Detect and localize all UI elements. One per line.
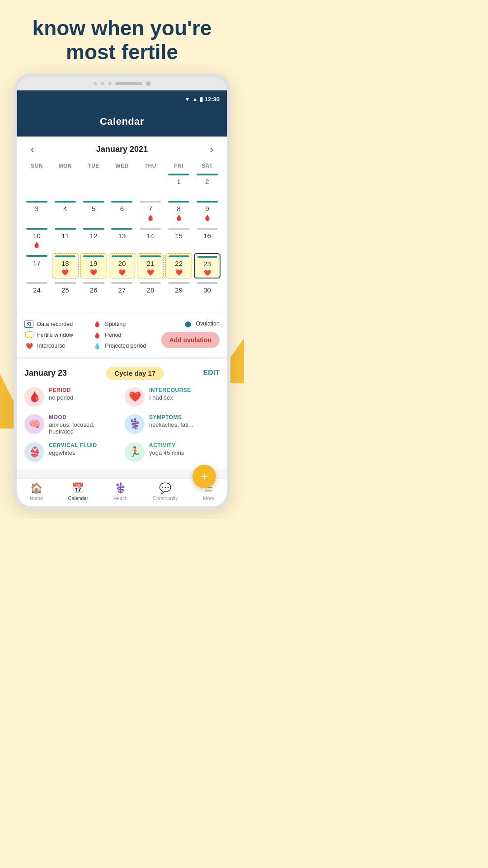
day-detail-header: January 23 Cycle day 17 EDIT (24, 367, 220, 380)
weekday-wed: WED (108, 160, 136, 171)
calendar-day-cell[interactable]: 4 (51, 198, 80, 225)
day-event-icon: ❤️ (175, 269, 183, 276)
calendar-day-cell (51, 171, 80, 198)
selected-date-label: January 23 (24, 368, 67, 378)
calendar-day-cell[interactable]: 29 (164, 279, 193, 307)
phone-camera (146, 81, 150, 86)
prev-month-button[interactable]: ‹ (26, 142, 38, 157)
legend-projected: 💧 Projected period (92, 343, 157, 349)
detail-category-value: neckaches, fati... (149, 421, 193, 428)
calendar-day-cell[interactable]: 21❤️ (136, 252, 164, 279)
calendar-day-cell[interactable]: 19❤️ (80, 252, 108, 279)
phone-dot (101, 82, 104, 85)
nav-item-health[interactable]: ⚕️Health (113, 482, 128, 501)
calendar-day-cell[interactable]: 22❤️ (164, 252, 193, 279)
calendar-day-cell[interactable]: 8🩸 (164, 198, 193, 225)
next-month-button[interactable]: › (206, 142, 218, 157)
nav-icon-calendar: 📅 (72, 482, 84, 494)
nav-item-calendar[interactable]: 📅Calendar (68, 482, 89, 501)
day-number: 26 (90, 285, 98, 295)
calendar-day-cell[interactable]: 25 (51, 279, 80, 307)
nav-label-home: Home (30, 495, 43, 501)
calendar-day-cell (108, 171, 136, 198)
calendar-week-row: 1718❤️19❤️20❤️21❤️22❤️23❤️ (23, 252, 221, 279)
add-fab-button[interactable]: + (192, 465, 216, 488)
calendar-day-cell[interactable]: 9🩸 (193, 198, 221, 225)
calendar-day-cell[interactable]: 12 (80, 225, 108, 252)
nav-item-community[interactable]: 💬Community (153, 482, 178, 501)
day-number: 16 (203, 231, 211, 241)
day-number: 3 (35, 204, 38, 213)
detail-text-block: MOODanxious, focused, frustrated (49, 414, 119, 435)
calendar-day-cell[interactable]: 13 (108, 225, 136, 252)
detail-category-value: anxious, focused, frustrated (49, 421, 119, 435)
day-number: 24 (33, 285, 41, 295)
day-event-icon: ❤️ (118, 269, 126, 276)
calendar-day-cell[interactable]: 20❤️ (108, 252, 136, 279)
calendar-day-cell[interactable]: 7🩸 (136, 198, 164, 225)
legend-intercourse: ❤️ Intercourse (24, 343, 89, 349)
detail-category-icon: 🩸 (24, 387, 44, 407)
legend-data-recorded: 31 Data recorded (24, 321, 89, 328)
calendar-legend: 31 Data recorded 🩸 Spotting F (17, 314, 227, 357)
calendar-day-cell[interactable]: 15 (164, 225, 193, 252)
detail-category-label: SYMPTOMS (149, 414, 193, 420)
data-recorded-icon: 31 (24, 321, 34, 328)
day-number: 11 (61, 231, 69, 241)
calendar-day-cell[interactable]: 6 (108, 198, 136, 225)
calendar-day-cell[interactable]: 18❤️ (51, 252, 80, 279)
day-number: 14 (146, 231, 154, 241)
phone-speaker (115, 82, 142, 85)
day-number: 19 (90, 259, 98, 268)
day-number: 22 (175, 259, 183, 268)
calendar-day-cell[interactable]: 5 (80, 198, 108, 225)
calendar-day-cell[interactable]: 2 (193, 171, 221, 198)
calendar-day-cell[interactable]: 16 (193, 225, 221, 252)
calendar-day-cell[interactable]: 24 (23, 279, 51, 307)
add-ovulation-button[interactable]: Add ovulation (161, 332, 220, 348)
intercourse-icon: ❤️ (24, 343, 34, 349)
nav-item-home[interactable]: 🏠Home (30, 482, 43, 501)
app-title: Calendar (100, 116, 144, 127)
detail-item: 🧠MOODanxious, focused, frustrated (24, 414, 119, 435)
calendar-day-cell[interactable]: 17 (23, 252, 51, 279)
wifi-icon: ▼ (184, 96, 190, 103)
nav-icon-home: 🏠 (30, 482, 42, 494)
phone-dot (108, 82, 112, 85)
edit-button[interactable]: EDIT (203, 369, 220, 377)
detail-category-value: I had sex (149, 394, 191, 401)
calendar-day-cell[interactable]: 10🩸 (23, 225, 51, 252)
detail-item: ❤️INTERCOURSEI had sex (125, 387, 220, 407)
day-detail-grid: 🩸PERIODno period❤️INTERCOURSEI had sex🧠M… (24, 387, 220, 462)
calendar-day-cell[interactable]: 1 (164, 171, 193, 198)
calendar-day-cell[interactable]: 14 (136, 225, 164, 252)
calendar-day-cell[interactable]: 26 (80, 279, 108, 307)
calendar-body: ‹ January 2021 › SUN MON TUE WED THU FRI… (17, 137, 227, 314)
calendar-day-cell[interactable]: 11 (51, 225, 80, 252)
detail-text-block: INTERCOURSEI had sex (149, 387, 191, 401)
detail-text-block: SYMPTOMSneckaches, fati... (149, 414, 193, 428)
nav-label-calendar: Calendar (68, 495, 89, 501)
period-icon: 🩸 (92, 332, 102, 339)
nav-label-community: Community (153, 495, 178, 501)
phone-top-bar (17, 77, 227, 90)
day-number: 5 (92, 204, 95, 213)
calendar-day-cell[interactable]: 23❤️ (193, 252, 221, 279)
calendar-day-cell[interactable]: 3 (23, 198, 51, 225)
day-number: 17 (33, 258, 41, 268)
day-event-icon: 🩸 (33, 241, 40, 248)
legend-spotting-label: Spotting (105, 321, 126, 327)
legend-intercourse-label: Intercourse (37, 343, 66, 349)
detail-text-block: CERVICAL FLUIDeggwhites (49, 442, 97, 456)
phone-dot (94, 82, 97, 85)
day-number: 1 (177, 177, 180, 186)
day-event-icon: 🩸 (204, 214, 211, 221)
detail-item: 👙CERVICAL FLUIDeggwhites (24, 442, 119, 462)
calendar-day-cell[interactable]: 27 (108, 279, 136, 307)
calendar-day-cell[interactable]: 30 (193, 279, 221, 307)
weekday-header-row: SUN MON TUE WED THU FRI SAT (23, 160, 221, 171)
calendar-week-row: 12 (23, 171, 221, 198)
detail-category-icon: 🧠 (24, 414, 44, 434)
calendar-day-cell[interactable]: 28 (136, 279, 164, 307)
fertile-window-icon (24, 331, 34, 339)
